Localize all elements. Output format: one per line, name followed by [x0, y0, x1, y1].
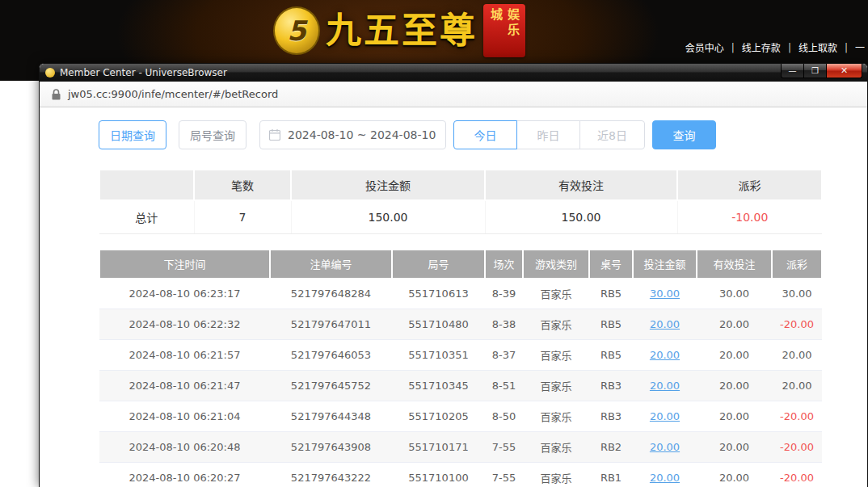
payout: -20.00 — [772, 401, 822, 432]
site-logo: 5 九五至尊 娱乐城 — [273, 4, 525, 57]
lock-icon — [52, 89, 61, 100]
link-member-center[interactable]: 会员中心 — [685, 40, 724, 54]
summary-payout: -10.00 — [677, 200, 822, 233]
valid-bet: 20.00 — [697, 371, 772, 401]
link-online-deposit[interactable]: 线上存款 — [742, 40, 781, 54]
table-no: RB1 — [589, 463, 633, 487]
bet-amount[interactable]: 20.00 — [633, 432, 697, 463]
summary-header-blank — [99, 170, 194, 200]
maximize-button[interactable]: ❐ — [803, 64, 827, 78]
col-valid-bet: 有效投注 — [697, 250, 772, 279]
session: 7-55 — [485, 432, 523, 463]
table-no: RB5 — [589, 340, 633, 371]
close-button[interactable]: ✕ — [826, 64, 862, 78]
summary-valid-bet: 150.00 — [485, 200, 677, 233]
table-row: 2024-08-10 06:22:32521797647011551710480… — [99, 309, 822, 340]
window-title: Member Center - UniverseBrowser — [60, 68, 227, 78]
bet-time: 2024-08-10 06:22:32 — [99, 309, 270, 340]
session: 8-38 — [485, 309, 523, 340]
address-bar[interactable]: jw05.cc:9900/infe/mcenter/#/betRecord — [40, 82, 867, 107]
bet-table-body: 2024-08-10 06:23:17521797648284551710613… — [99, 279, 822, 487]
bet-amount-link[interactable]: 20.00 — [650, 349, 680, 361]
game-type: 百家乐 — [523, 340, 589, 371]
col-table-no: 桌号 — [589, 250, 633, 279]
minimize-button[interactable]: — — [781, 64, 804, 78]
valid-bet: 20.00 — [697, 340, 772, 371]
bet-amount-link[interactable]: 20.00 — [650, 380, 680, 392]
bet-amount-link[interactable]: 20.00 — [650, 441, 680, 453]
table-row: 2024-08-10 06:21:47521797645752551710345… — [99, 371, 822, 401]
bet-time: 2024-08-10 06:21:47 — [99, 371, 270, 401]
bet-amount[interactable]: 20.00 — [633, 401, 697, 432]
header-links: 会员中心 | 线上存款 | 线上取款 | 一 — [685, 40, 865, 54]
bet-time: 2024-08-10 06:23:17 — [99, 279, 270, 309]
order-id: 521797645752 — [270, 371, 392, 401]
game-type: 百家乐 — [523, 279, 589, 309]
bet-record-table: 下注时间 注单编号 局号 场次 游戏类别 桌号 投注金额 有效投注 派彩 202… — [99, 249, 823, 487]
game-type: 百家乐 — [523, 371, 589, 401]
link-online-withdraw[interactable]: 线上取款 — [798, 40, 837, 54]
session: 7-55 — [485, 463, 523, 487]
round-id: 551710205 — [392, 401, 485, 432]
bet-amount[interactable]: 20.00 — [633, 309, 697, 340]
window-controls: — ❐ ✕ — [781, 64, 862, 78]
col-payout: 派彩 — [772, 250, 822, 279]
bet-time: 2024-08-10 06:21:04 — [99, 401, 270, 432]
window-titlebar[interactable]: Member Center - UniverseBrowser — ❐ ✕ — [40, 64, 867, 82]
session: 8-39 — [485, 279, 523, 309]
valid-bet: 20.00 — [697, 463, 772, 487]
col-order-id: 注单编号 — [270, 250, 392, 279]
last8days-button[interactable]: 近8日 — [579, 120, 645, 149]
bet-time: 2024-08-10 06:20:48 — [99, 432, 270, 463]
round-id: 551710100 — [392, 463, 485, 487]
bet-amount[interactable]: 20.00 — [633, 463, 697, 487]
valid-bet: 20.00 — [697, 309, 772, 340]
calendar-icon — [269, 129, 280, 141]
valid-bet: 20.00 — [697, 401, 772, 432]
date-query-button[interactable]: 日期查询 — [99, 120, 166, 149]
bet-amount-link[interactable]: 20.00 — [650, 410, 680, 422]
coin-logo-icon: 5 — [273, 6, 320, 55]
link-separator: | — [845, 42, 848, 53]
summary-table: 笔数 投注金额 有效投注 派彩 总计 7 150.00 150.00 -10.0… — [99, 169, 823, 234]
bet-time: 2024-08-10 06:20:27 — [99, 463, 270, 487]
bet-amount-link[interactable]: 30.00 — [650, 288, 680, 300]
table-no: RB3 — [589, 401, 633, 432]
summary-count: 7 — [194, 200, 291, 233]
bet-amount[interactable]: 20.00 — [633, 371, 697, 401]
round-query-button[interactable]: 局号查询 — [179, 120, 246, 149]
bet-amount-link[interactable]: 20.00 — [650, 318, 680, 330]
order-id: 521797643222 — [270, 463, 392, 487]
payout: -20.00 — [772, 309, 822, 340]
bet-amount-link[interactable]: 20.00 — [650, 472, 680, 484]
search-button[interactable]: 查询 — [652, 120, 716, 149]
link-separator: | — [731, 42, 735, 53]
payout: 20.00 — [772, 371, 822, 401]
payout: 20.00 — [772, 340, 822, 371]
link-truncated[interactable]: 一 — [855, 40, 865, 54]
game-type: 百家乐 — [523, 463, 589, 487]
bet-time: 2024-08-10 06:21:57 — [99, 340, 270, 371]
bet-amount[interactable]: 20.00 — [633, 340, 697, 371]
today-button[interactable]: 今日 — [453, 120, 517, 149]
order-id: 521797647011 — [270, 309, 392, 340]
col-bet-amount: 投注金额 — [633, 250, 697, 279]
browser-window: Member Center - UniverseBrowser — ❐ ✕ jw… — [39, 63, 868, 487]
col-bet-time: 下注时间 — [99, 250, 270, 279]
query-toolbar: 日期查询 局号查询 2024-08-10 ~ 2024-08-10 今日 昨日 … — [99, 120, 867, 149]
yesterday-button[interactable]: 昨日 — [516, 120, 580, 149]
summary-header-valid-bet: 有效投注 — [485, 170, 677, 200]
summary-header-payout: 派彩 — [677, 170, 822, 200]
bet-amount[interactable]: 30.00 — [633, 279, 697, 309]
page-content: 日期查询 局号查询 2024-08-10 ~ 2024-08-10 今日 昨日 … — [40, 107, 867, 487]
url-text: jw05.cc:9900/infe/mcenter/#/betRecord — [68, 88, 278, 100]
round-id: 551710613 — [392, 279, 485, 309]
table-no: RB5 — [589, 279, 633, 309]
game-type: 百家乐 — [523, 309, 589, 340]
session: 8-37 — [485, 340, 523, 371]
date-range-input[interactable]: 2024-08-10 ~ 2024-08-10 — [259, 120, 446, 149]
round-id: 551710171 — [392, 432, 485, 463]
order-id: 521797648284 — [270, 279, 392, 309]
col-session: 场次 — [485, 250, 523, 279]
col-game-type: 游戏类别 — [523, 250, 589, 279]
